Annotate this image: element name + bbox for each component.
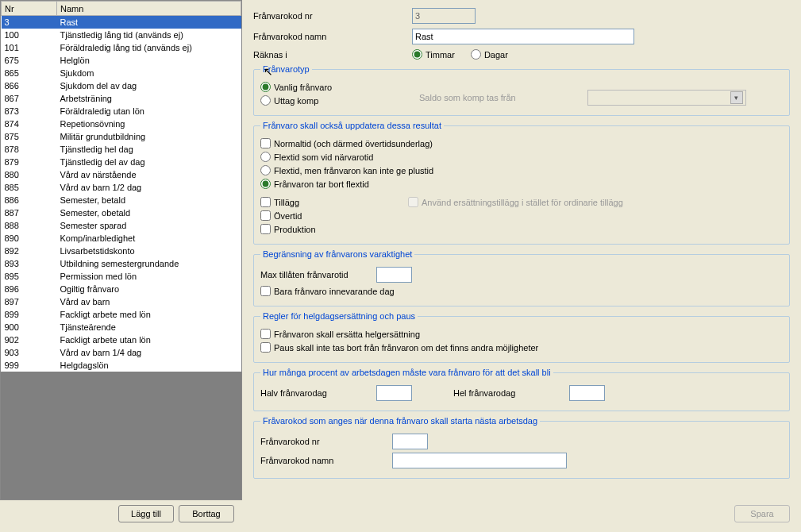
table-row[interactable]: 890Komp/inarbledighet [2,232,241,245]
input-halv-franvarodag[interactable] [376,385,412,401]
radio-uttag-komp[interactable]: Uttag komp [260,95,318,106]
absence-code-table[interactable]: Nr Namn 3Rast100Tjänstledig lång tid (an… [1,1,241,372]
column-header-namn[interactable]: Namn [57,2,241,16]
chevron-down-icon: ▾ [730,91,743,104]
table-row[interactable]: 867Arbetsträning [2,92,241,105]
check-normaltid[interactable]: Normaltid (och därmed övertidsunderlag) [260,138,433,148]
table-row[interactable]: 100Tjänstledig lång tid (används ej) [2,29,241,41]
table-row[interactable]: 879Tjänstledig del av dag [2,156,241,168]
legend-franvarotyp: Frånvarotyp [260,64,312,74]
legend-procent: Hur många procent av arbetsdagen måste v… [260,368,553,377]
table-row[interactable]: 874Repetionsövning [2,118,241,130]
table-row[interactable]: 886Semester, betald [2,194,241,206]
radio-flextid-narvaro[interactable]: Flextid som vid närvarotid [260,152,373,162]
input-kod-nr [412,8,476,24]
table-row[interactable]: 900Tjänsteärende [2,321,241,333]
table-row[interactable]: 3Rast [2,16,241,29]
legend-nasta-arbetsdag: Fråvarokod som anges när denna frånvaro … [260,416,540,426]
check-bara-innevarande[interactable]: Bara frånvaro innevarande dag [260,286,395,296]
radio-vanlig-franvaro[interactable]: Vanlig frånvaro [260,82,332,92]
table-row[interactable]: 888Semester sparad [2,219,241,232]
save-button[interactable]: Spara [734,505,790,522]
table-row[interactable]: 902Fackligt arbete utan lön [2,333,241,346]
table-row[interactable]: 899Fackligt arbete med lön [2,308,241,321]
check-paus-ej-bort[interactable]: Paus skall inte tas bort från frånvaron … [260,342,538,353]
input-kod-namn[interactable] [412,29,634,44]
table-row[interactable]: 875Militär grundutbildning [2,130,241,143]
label-kod-namn: Frånvarokod namn [253,32,412,41]
table-row[interactable]: 101Föräldraledig lång tid (används ej) [2,41,241,54]
table-row[interactable]: 865Sjukdom [2,67,241,79]
input-max-franvarotid[interactable] [376,267,412,283]
add-button[interactable]: Lägg till [118,505,174,522]
label-halv-franvarodag: Halv frånvarodag [260,388,372,398]
check-produktion[interactable]: Produktion [260,224,316,234]
table-row[interactable]: 896Ogiltig frånvaro [2,283,241,295]
radio-timmar[interactable]: Timmar [412,49,455,60]
table-row[interactable]: 887Semester, obetald [2,206,241,219]
table-row[interactable]: 866Sjukdom del av dag [2,79,241,92]
table-row[interactable]: 675Helglön [2,54,241,67]
legend-begransning: Begränsning av frånvarons varaktighet [260,249,414,259]
table-row[interactable]: 892Livsarbetstidskonto [2,245,241,257]
table-row[interactable]: 897Vård av barn [2,295,241,308]
label-nasta-kod-namn: Frånvarokod namn [260,456,387,465]
radio-flextid-ej-plus[interactable]: Flextid, men frånvaron kan inte ge plust… [260,165,433,175]
radio-dagar[interactable]: Dagar [471,49,508,60]
table-row[interactable]: 999Helgdagslön [2,359,241,372]
combo-saldo: ▾ [587,90,746,106]
check-tillagg[interactable]: Tillägg [260,197,387,207]
table-empty-area [1,372,241,501]
table-row[interactable]: 895Permission med lön [2,270,241,283]
table-row[interactable]: 903Vård av barn 1/4 dag [2,346,241,359]
table-row[interactable]: 878Tjänstledig hel dag [2,143,241,156]
radio-franvaron-bort-flextid[interactable]: Frånvaron tar bort flextid [260,179,369,189]
label-saldo: Saldo som komp tas från [419,93,516,102]
label-raknas-i: Räknas i [253,50,412,60]
legend-uppdatera: Frånvaro skall också uppdatera dessa res… [260,121,444,130]
column-header-nr[interactable]: Nr [2,2,57,16]
legend-helgdag: Regler för helgdagsersättning och paus [260,311,418,321]
table-row[interactable]: 880Vård av närstående [2,168,241,181]
table-row[interactable]: 885Vård av barn 1/2 dag [2,181,241,194]
label-max-franvarotid: Max tillåten frånvarotid [260,270,372,279]
table-row[interactable]: 893Utbildning semestergrundande [2,257,241,270]
label-nasta-kod-nr: Frånvarokod nr [260,437,387,446]
input-nasta-kod-namn[interactable] [392,453,567,468]
input-hel-franvarodag[interactable] [569,385,605,401]
table-row[interactable]: 873Föräldraledig utan lön [2,105,241,118]
remove-button[interactable]: Borttag [179,505,234,522]
check-ersatta-helg[interactable]: Frånvaron skall ersätta helgersättning [260,329,420,339]
check-overtid[interactable]: Övertid [260,210,302,221]
check-anvand-ersattning: Använd ersättningstillägg i stället för … [408,197,623,207]
input-nasta-kod-nr[interactable] [392,434,428,449]
label-kod-nr: Frånvarokod nr [253,11,412,21]
label-hel-franvarodag: Hel frånvarodag [453,388,564,398]
